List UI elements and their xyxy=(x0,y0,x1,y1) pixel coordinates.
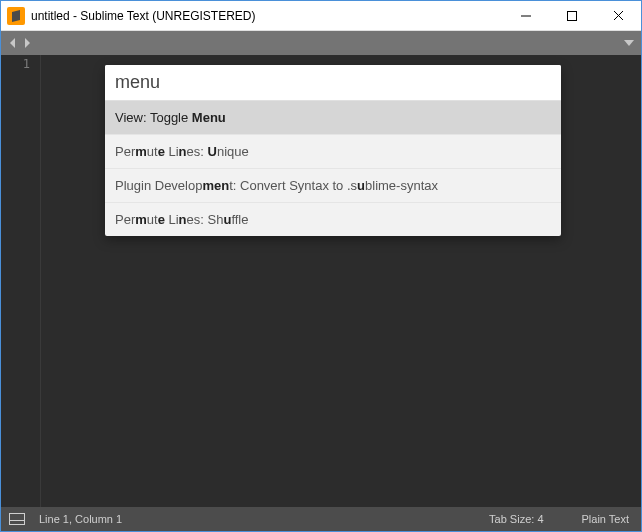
status-position[interactable]: Line 1, Column 1 xyxy=(39,513,122,525)
editor-area: 1 View: Toggle MenuPermute Lines: Unique… xyxy=(1,55,641,507)
nav-forward-button[interactable] xyxy=(21,37,33,49)
title-bar: untitled - Sublime Text (UNREGISTERED) xyxy=(1,1,641,31)
nav-bar xyxy=(1,31,641,55)
window-title: untitled - Sublime Text (UNREGISTERED) xyxy=(31,9,503,23)
palette-item[interactable]: View: Toggle Menu xyxy=(105,101,561,134)
palette-list: View: Toggle MenuPermute Lines: UniquePl… xyxy=(105,101,561,236)
palette-input-wrap xyxy=(105,65,561,101)
svg-rect-1 xyxy=(568,11,577,20)
minimize-button[interactable] xyxy=(503,1,549,30)
line-number: 1 xyxy=(1,57,30,71)
status-bar: Line 1, Column 1 Tab Size: 4 Plain Text xyxy=(1,507,641,531)
close-button[interactable] xyxy=(595,1,641,30)
status-language[interactable]: Plain Text xyxy=(582,513,630,525)
palette-item[interactable]: Permute Lines: Unique xyxy=(105,134,561,168)
palette-item[interactable]: Plugin Development: Convert Syntax to .s… xyxy=(105,168,561,202)
app-icon xyxy=(7,7,25,25)
panel-switcher-icon[interactable] xyxy=(9,513,25,525)
command-palette: View: Toggle MenuPermute Lines: UniquePl… xyxy=(105,65,561,236)
nav-back-button[interactable] xyxy=(7,37,19,49)
gutter: 1 xyxy=(1,55,41,507)
palette-input[interactable] xyxy=(105,65,561,100)
tab-dropdown-button[interactable] xyxy=(623,37,635,49)
maximize-button[interactable] xyxy=(549,1,595,30)
status-tab-size[interactable]: Tab Size: 4 xyxy=(489,513,543,525)
palette-item[interactable]: Permute Lines: Shuffle xyxy=(105,202,561,236)
window-controls xyxy=(503,1,641,30)
